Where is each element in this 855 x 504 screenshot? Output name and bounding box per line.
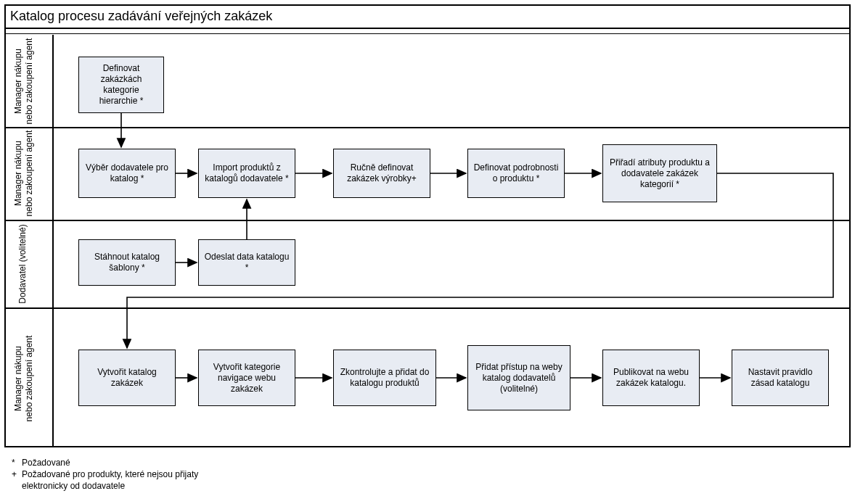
box-define-category-hierarchy: Definovat zakázkách kategorie hierarchie… [78, 57, 164, 113]
box-publish-catalog: Publikovat na webu zakázek katalogu. [602, 350, 700, 406]
legend-required-text: Požadované [22, 457, 200, 468]
diagram-canvas: Katalog procesu zadávání veřejných zakáz… [0, 0, 855, 504]
lane-separator [4, 127, 851, 128]
lane-label-2: Manager nákupu nebo zakoupení agent [13, 130, 42, 217]
legend: * Požadované + Požadované pro produkty, … [12, 457, 200, 492]
lane-label-divider [52, 308, 54, 447]
frame-line [4, 446, 851, 447]
frame-line [4, 28, 851, 29]
box-import-products: Import produktů z katalogů dodavatele * [198, 149, 295, 198]
box-download-template: Stáhnout katalog šablony * [78, 239, 176, 286]
lane-label-1: Manager nákupu nebo zakoupení agent [13, 38, 42, 125]
box-define-products: Ručně definovat zakázek výrobky+ [333, 149, 430, 198]
lane-label-3: Dodavatel (volitelné) [17, 224, 38, 304]
box-add-vendor-site-access: Přidat přístup na weby katalog dodavatel… [467, 345, 570, 410]
lane-separator [4, 307, 851, 309]
box-set-policy-rule: Nastavit pravidlo zásad katalogu [732, 350, 829, 406]
box-assign-attributes: Přiřadí atributy produktu a dodavatele z… [602, 144, 717, 202]
diagram-title: Katalog procesu zadávání veřejných zakáz… [10, 9, 272, 24]
lane-label-divider [52, 128, 54, 220]
frame-line [4, 4, 851, 6]
box-send-catalog-data: Odeslat data katalogu * [198, 239, 295, 286]
frame-line [4, 4, 6, 447]
box-define-product-details: Definovat podrobnosti o produktu * [467, 149, 565, 198]
legend-plus-text: Požadované pro produkty, které nejsou př… [22, 468, 200, 492]
frame-line [6, 33, 849, 34]
lane-label-4: Manager nákupu nebo zakoupení agent [13, 335, 42, 422]
box-review-add-products: Zkontrolujte a přidat do katalogu produk… [333, 350, 436, 406]
box-create-nav-categories: Vytvořit kategorie navigace webu zakázek [198, 350, 295, 406]
box-select-vendor: Výběr dodavatele pro katalog * [78, 149, 176, 198]
lane-separator [4, 220, 851, 221]
legend-required-symbol: * [12, 457, 22, 468]
legend-plus-symbol: + [12, 468, 22, 492]
lane-label-divider [52, 35, 54, 127]
lane-label-divider [52, 220, 54, 308]
box-create-catalog: Vytvořit katalog zakázek [78, 350, 176, 406]
frame-line [849, 4, 851, 447]
